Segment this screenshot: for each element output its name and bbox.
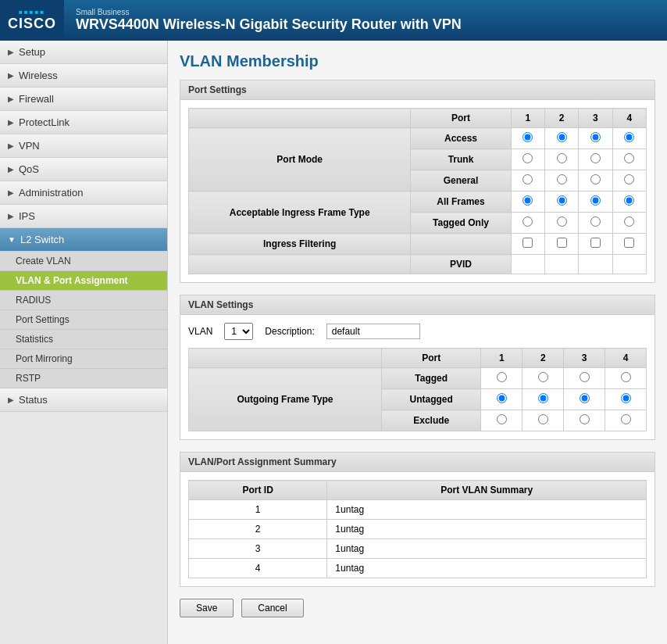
description-input[interactable] <box>326 324 420 339</box>
untagged-vport3[interactable] <box>564 389 605 410</box>
vlan-summary-cell: 1untag <box>327 559 647 578</box>
sidebar-item-firewall[interactable]: ▶ Firewall <box>0 88 167 111</box>
general-port4[interactable] <box>612 170 646 191</box>
sidebar-item-wireless[interactable]: ▶ Wireless <box>0 64 167 88</box>
trunk-port3[interactable] <box>579 149 612 170</box>
untagged-label: Untagged <box>381 389 481 410</box>
port-settings-body: Port 1 2 3 4 Port Mode Access <box>180 100 655 282</box>
port-col-label: Port <box>411 109 511 128</box>
access-label: Access <box>411 128 511 149</box>
sidebar-item-administration[interactable]: ▶ Administration <box>0 181 167 205</box>
sidebar-item-status[interactable]: ▶ Status <box>0 388 167 412</box>
outgoing-frame-label: Outgoing Frame Type <box>189 368 382 431</box>
pvid-row-label: PVID <box>411 255 511 274</box>
taggedonly-port1[interactable] <box>511 213 544 234</box>
ingress-port2[interactable] <box>544 234 578 255</box>
tagged-only-label: Tagged Only <box>411 213 511 234</box>
sidebar-item-create-vlan[interactable]: Create VLAN <box>0 252 167 271</box>
sidebar-item-rstp[interactable]: RSTP <box>0 369 167 388</box>
allframes-port1[interactable] <box>511 191 544 213</box>
trunk-port1[interactable] <box>511 149 544 170</box>
summary-body: Port ID Port VLAN Summary 11untag21untag… <box>180 472 655 586</box>
untagged-vport1[interactable] <box>481 389 523 410</box>
tagged-vport2[interactable] <box>523 368 564 389</box>
sidebar-item-ips[interactable]: ▶ IPS <box>0 205 167 228</box>
access-port4[interactable] <box>612 128 646 149</box>
sidebar-item-setup[interactable]: ▶ Setup <box>0 41 167 64</box>
exclude-vport3[interactable] <box>564 410 605 431</box>
taggedonly-port3[interactable] <box>579 213 612 234</box>
arrow-icon: ▼ <box>8 235 16 244</box>
arrow-icon: ▶ <box>8 395 14 404</box>
table-row: 21untag <box>189 520 647 539</box>
taggedonly-port2[interactable] <box>544 213 578 234</box>
trunk-port4[interactable] <box>612 149 646 170</box>
tagged-vport3[interactable] <box>564 368 605 389</box>
sidebar-item-qos[interactable]: ▶ QoS <box>0 158 167 181</box>
general-port3[interactable] <box>579 170 612 191</box>
vlan-empty-header <box>189 349 382 368</box>
vlan-settings-section: VLAN Settings VLAN 1 2 3 4 Description: <box>180 295 655 440</box>
port-id-cell: 3 <box>189 539 327 559</box>
vlan-select[interactable]: 1 2 3 4 <box>224 323 253 340</box>
untagged-vport2[interactable] <box>523 389 564 410</box>
vlan-summary-cell: 1untag <box>327 520 647 539</box>
allframes-port4[interactable] <box>612 191 646 213</box>
sidebar-item-radius[interactable]: RADIUS <box>0 291 167 310</box>
layout: ▶ Setup ▶ Wireless ▶ Firewall ▶ ProtectL… <box>0 41 667 644</box>
sidebar-item-port-settings[interactable]: Port Settings <box>0 310 167 330</box>
allframes-port3[interactable] <box>579 191 612 213</box>
empty-header <box>189 109 411 128</box>
ingress-port1[interactable] <box>511 234 544 255</box>
arrow-icon: ▶ <box>8 48 14 56</box>
tagged-vport1[interactable] <box>481 368 523 389</box>
access-port1[interactable] <box>511 128 544 149</box>
untagged-vport4[interactable] <box>605 389 647 410</box>
taggedonly-port4[interactable] <box>612 213 646 234</box>
table-row: 41untag <box>189 559 647 578</box>
trunk-port2[interactable] <box>544 149 578 170</box>
cancel-button[interactable]: Cancel <box>241 599 303 617</box>
sidebar-item-port-mirroring[interactable]: Port Mirroring <box>0 349 167 369</box>
sidebar-label: L2 Switch <box>20 234 64 245</box>
arrow-icon: ▶ <box>8 165 14 174</box>
ingress-filtering-label: Ingress Filtering <box>189 234 411 255</box>
port-settings-header: Port Settings <box>180 80 655 100</box>
arrow-icon: ▶ <box>8 212 14 220</box>
sidebar-label: Firewall <box>19 93 54 105</box>
pvid-port3 <box>579 255 612 274</box>
port-settings-section: Port Settings Port 1 2 3 4 <box>180 80 655 283</box>
all-frames-label: All Frames <box>411 191 511 213</box>
ingress-port4[interactable] <box>612 234 646 255</box>
sidebar-item-l2switch[interactable]: ▼ L2 Switch <box>0 228 167 252</box>
sidebar-item-vpn[interactable]: ▶ VPN <box>0 134 167 158</box>
general-port1[interactable] <box>511 170 544 191</box>
port-1-header: 1 <box>511 109 544 128</box>
port-3-header: 3 <box>579 109 612 128</box>
exclude-vport4[interactable] <box>605 410 647 431</box>
vlan-settings-table: Port 1 2 3 4 Outgoing Frame Type Tagged <box>188 348 647 431</box>
sidebar-item-vlan-port-assignment[interactable]: VLAN & Port Assignment <box>0 271 167 291</box>
main-content: VLAN Membership Port Settings Port 1 2 3… <box>168 41 667 644</box>
sidebar-item-statistics[interactable]: Statistics <box>0 330 167 349</box>
vlan-settings-header: VLAN Settings <box>180 295 655 315</box>
general-port2[interactable] <box>544 170 578 191</box>
pvid-port2 <box>544 255 578 274</box>
access-port2[interactable] <box>544 128 578 149</box>
allframes-port2[interactable] <box>544 191 578 213</box>
exclude-vport1[interactable] <box>481 410 523 431</box>
page-title: VLAN Membership <box>180 52 655 70</box>
vlan-summary-cell: 1untag <box>327 500 647 520</box>
sidebar-label: IPS <box>19 210 35 222</box>
access-port3[interactable] <box>579 128 612 149</box>
sidebar-item-protectlink[interactable]: ▶ ProtectLink <box>0 111 167 134</box>
exclude-vport2[interactable] <box>523 410 564 431</box>
sidebar-label: Setup <box>19 46 45 58</box>
header-text: Small Business WRVS4400N Wireless-N Giga… <box>64 3 473 38</box>
vlan-port4-header: 4 <box>605 349 647 368</box>
tagged-vport4[interactable] <box>605 368 647 389</box>
ingress-port3[interactable] <box>579 234 612 255</box>
sidebar-label: Status <box>19 394 48 406</box>
save-button[interactable]: Save <box>180 599 234 617</box>
sidebar-label: VPN <box>19 140 40 152</box>
